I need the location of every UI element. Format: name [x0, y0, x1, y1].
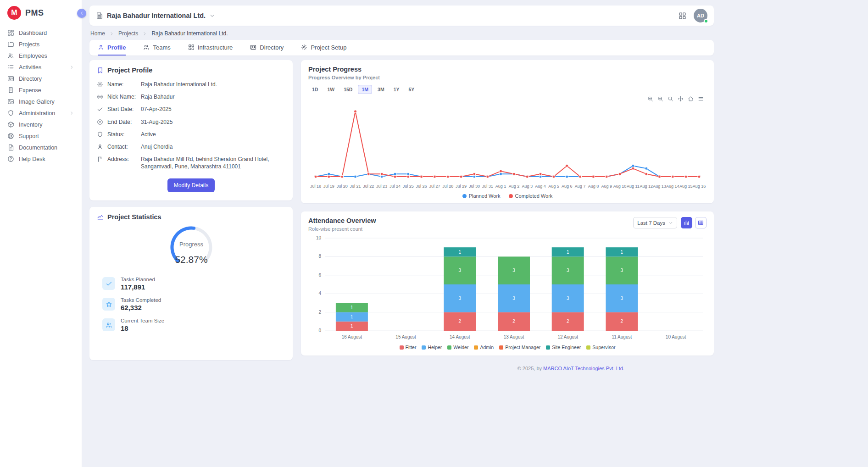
- sidebar-item-activities[interactable]: Activities: [0, 61, 82, 73]
- progress-gauge: Progress52.87%: [97, 224, 285, 270]
- sidebar-item-inventory[interactable]: Inventory: [0, 119, 82, 130]
- tab-project-setup[interactable]: Project Setup: [301, 40, 346, 56]
- sidebar-item-expense[interactable]: Expense: [0, 84, 82, 96]
- svg-text:1: 1: [621, 250, 623, 255]
- legend-item-admin[interactable]: Admin: [474, 345, 494, 350]
- profile-field-end-date: End Date:31-Aug-2025: [97, 118, 285, 126]
- barchart-icon: [684, 220, 690, 226]
- breadcrumb-item-projects[interactable]: Projects: [118, 30, 138, 37]
- range-button-1m[interactable]: 1M: [358, 85, 372, 94]
- progress-line-chart: Jul 18Jul 19Jul 20Jul 21Jul 22Jul 23Jul …: [308, 102, 707, 192]
- time-range-selector: 1D1W15D1M3M1Y5Y: [308, 85, 707, 94]
- company-selector[interactable]: Raja Bahadur International Ltd.: [96, 12, 215, 19]
- users-icon-box: [102, 318, 115, 331]
- project-profile-card: Project Profile Name:Raja Bahadur Intern…: [89, 60, 293, 200]
- idcard-icon: [7, 75, 14, 82]
- svg-text:6: 6: [318, 272, 321, 278]
- profile-field-address: Address:Raja Bahadur Mill Rd, behind She…: [97, 156, 285, 170]
- legend-item-fitter[interactable]: Fitter: [400, 345, 417, 350]
- tab-infrastructure[interactable]: Infrastructure: [188, 40, 233, 56]
- svg-text:3: 3: [459, 268, 462, 273]
- svg-text:Jul 25: Jul 25: [403, 184, 414, 189]
- sidebar-item-support[interactable]: Support: [0, 130, 82, 142]
- legend-item-supervisor[interactable]: Supervisor: [586, 345, 615, 350]
- footer-text: © 2025, by: [517, 366, 543, 371]
- check-icon: [106, 280, 112, 287]
- app-logo[interactable]: M PMS: [0, 0, 82, 27]
- sidebar-item-label: Expense: [19, 87, 41, 94]
- tab-teams[interactable]: Teams: [143, 40, 170, 56]
- chevron-left-icon: [79, 11, 84, 16]
- project-statistics-card: Project Statistics Progress52.87% Tasks …: [89, 207, 293, 360]
- svg-text:2: 2: [512, 319, 515, 324]
- range-button-1w[interactable]: 1W: [323, 85, 338, 94]
- field-value: Active: [141, 131, 281, 138]
- modify-details-button[interactable]: Modify Details: [167, 178, 215, 192]
- svg-text:11 August: 11 August: [612, 334, 632, 339]
- svg-text:Jul 24: Jul 24: [389, 184, 401, 189]
- svg-text:Aug 6: Aug 6: [562, 184, 573, 189]
- breadcrumb-separator-icon: [109, 31, 114, 36]
- sidebar-item-directory[interactable]: Directory: [0, 73, 82, 84]
- sidebar-item-documentation[interactable]: Documentation: [0, 142, 82, 153]
- menu-icon[interactable]: [698, 96, 704, 102]
- svg-text:0: 0: [318, 328, 321, 333]
- stat-value: 18: [121, 324, 164, 332]
- sidebar-item-projects[interactable]: Projects: [0, 39, 82, 50]
- range-button-1d[interactable]: 1D: [308, 85, 322, 94]
- svg-text:4: 4: [318, 291, 321, 296]
- svg-text:Jul 28: Jul 28: [442, 184, 453, 189]
- svg-text:Jul 19: Jul 19: [323, 184, 334, 189]
- svg-text:Jul 18: Jul 18: [310, 184, 321, 189]
- date-range-select[interactable]: Last 7 Days: [633, 217, 677, 228]
- users-icon: [7, 52, 14, 59]
- sidebar-item-label: Dashboard: [19, 30, 47, 36]
- sidebar-item-image-gallery[interactable]: Image Gallery: [0, 96, 82, 107]
- range-button-15d[interactable]: 15D: [340, 85, 356, 94]
- gear-icon: [301, 44, 307, 50]
- legend-item-helper[interactable]: Helper: [422, 345, 442, 350]
- legend-item-site-engineer[interactable]: Site Engineer: [546, 345, 581, 350]
- tab-directory[interactable]: Directory: [250, 40, 284, 56]
- svg-text:14 August: 14 August: [450, 334, 470, 339]
- legend-item-planned-work[interactable]: Planned Work: [462, 193, 501, 199]
- user-avatar[interactable]: AD: [694, 9, 707, 22]
- user-icon: [97, 144, 103, 150]
- sidebar-item-help-desk[interactable]: Help Desk: [0, 153, 82, 165]
- legend-item-welder[interactable]: Welder: [447, 345, 468, 350]
- svg-text:Aug 7: Aug 7: [575, 184, 586, 189]
- receipt-icon: [7, 87, 14, 94]
- zoom-out-icon[interactable]: [657, 96, 663, 102]
- svg-text:2: 2: [318, 310, 321, 315]
- svg-text:1: 1: [351, 323, 353, 328]
- range-button-5y[interactable]: 5Y: [405, 85, 418, 94]
- svg-text:3: 3: [567, 268, 569, 273]
- apps-grid-icon[interactable]: [679, 12, 686, 20]
- legend-item-project-manager[interactable]: Project Manager: [499, 345, 540, 350]
- reset-icon[interactable]: [688, 96, 694, 102]
- zoom-in-icon[interactable]: [647, 96, 653, 102]
- svg-text:3: 3: [621, 296, 623, 301]
- range-button-1y[interactable]: 1Y: [390, 85, 403, 94]
- company-name: Raja Bahadur International Ltd.: [107, 12, 206, 19]
- breadcrumb-item-home[interactable]: Home: [90, 30, 105, 37]
- sidebar-collapse-button[interactable]: [77, 9, 86, 18]
- sidebar-item-administration[interactable]: Administration: [0, 107, 82, 119]
- legend-item-completed-work[interactable]: Completed Work: [509, 193, 553, 199]
- sidebar-item-dashboard[interactable]: Dashboard: [0, 27, 82, 39]
- sidebar-item-employees[interactable]: Employees: [0, 50, 82, 61]
- range-button-3m[interactable]: 3M: [374, 85, 388, 94]
- svg-text:13 August: 13 August: [504, 334, 524, 339]
- bookmark-icon: [97, 67, 104, 74]
- selection-zoom-icon[interactable]: [668, 96, 673, 102]
- sidebar-item-label: Image Gallery: [19, 99, 55, 105]
- pan-icon[interactable]: [678, 96, 684, 102]
- tab-profile[interactable]: Profile: [98, 40, 126, 56]
- view-toggle-table[interactable]: [695, 217, 707, 228]
- footer-company-link[interactable]: MARCO AIoT Technologies Pvt. Ltd.: [543, 366, 624, 371]
- gear-icon: [97, 81, 103, 88]
- sidebar: M PMS DashboardProjectsEmployeesActiviti…: [0, 0, 82, 467]
- svg-text:2: 2: [459, 319, 462, 324]
- view-toggle-chart[interactable]: [681, 217, 692, 228]
- tab-label: Project Setup: [311, 44, 346, 51]
